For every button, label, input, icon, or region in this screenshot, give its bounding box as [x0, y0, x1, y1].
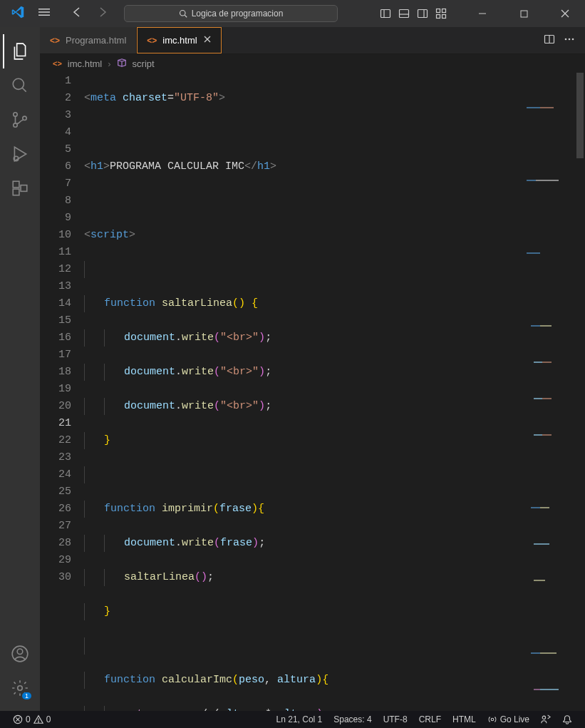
extensions-icon[interactable]: [3, 171, 37, 205]
tab-bar: <> Programa.html <> imc.html: [40, 27, 585, 54]
tab-label: Programa.html: [66, 35, 126, 46]
svg-rect-24: [13, 181, 19, 188]
breadcrumb-file: imc.html: [68, 58, 102, 69]
close-button[interactable]: [551, 0, 579, 27]
svg-point-42: [491, 718, 494, 721]
tab-actions: [534, 27, 585, 53]
code-editor[interactable]: 1 2 3 4 5 6 7 8 9 10 11 12 13 14 15 16 1…: [40, 73, 585, 711]
svg-point-35: [569, 38, 571, 40]
svg-point-21: [14, 123, 17, 127]
status-cursor[interactable]: Ln 21, Col 1: [271, 714, 328, 724]
maximize-button[interactable]: [509, 0, 538, 27]
window-controls: [468, 0, 579, 27]
status-spaces[interactable]: Spaces: 4: [328, 714, 377, 724]
svg-point-43: [542, 716, 545, 719]
tab-imc-html[interactable]: <> imc.html: [137, 27, 222, 53]
minimize-button[interactable]: [468, 0, 497, 27]
tab-label: imc.html: [162, 35, 197, 46]
html-file-icon: <>: [50, 36, 60, 46]
svg-point-34: [565, 38, 567, 40]
minimap[interactable]: [527, 73, 572, 123]
svg-rect-4: [381, 10, 390, 18]
status-golive[interactable]: Go Live: [482, 714, 535, 724]
svg-point-20: [14, 113, 17, 116]
status-problems[interactable]: 0 0: [7, 714, 56, 724]
vscode-logo-icon: [11, 6, 24, 22]
gutter: 1 2 3 4 5 6 7 8 9 10 11 12 13 14 15 16 1…: [40, 73, 84, 711]
svg-line-19: [22, 88, 26, 91]
status-eol[interactable]: CRLF: [413, 714, 447, 724]
title-bar: Logica de programacion: [0, 0, 585, 27]
code-content[interactable]: <meta charset="UTF-8"> <h1>PROGRAMA CALC…: [84, 73, 585, 711]
toggle-panel-icon[interactable]: [397, 6, 411, 21]
split-editor-icon[interactable]: [544, 34, 555, 48]
nav-back-icon[interactable]: [67, 6, 87, 21]
svg-rect-26: [21, 185, 27, 192]
status-language[interactable]: HTML: [447, 714, 482, 724]
svg-rect-11: [442, 9, 446, 13]
svg-point-41: [38, 722, 38, 722]
chevron-right-icon: ›: [108, 58, 110, 69]
symbol-icon: [117, 58, 127, 70]
svg-rect-13: [442, 15, 446, 19]
svg-rect-8: [418, 10, 428, 18]
breadcrumb-symbol: script: [133, 58, 155, 69]
svg-rect-0: [38, 9, 50, 10]
run-debug-icon[interactable]: [3, 137, 37, 171]
command-center[interactable]: Logica de programacion: [124, 5, 338, 22]
svg-rect-12: [437, 15, 440, 19]
svg-point-36: [572, 38, 574, 40]
explorer-icon[interactable]: [3, 34, 37, 68]
command-center-text: Logica de programacion: [192, 9, 284, 19]
svg-rect-25: [13, 189, 19, 195]
svg-rect-6: [400, 10, 409, 18]
accounts-icon[interactable]: [3, 637, 37, 671]
app-menu-icon[interactable]: [38, 6, 50, 21]
settings-badge: 1: [22, 692, 31, 699]
svg-rect-2: [38, 15, 50, 16]
svg-rect-10: [437, 9, 440, 13]
layout-controls: [378, 6, 448, 21]
status-bar: 0 0 Ln 21, Col 1 Spaces: 4 UTF-8 CRLF HT…: [0, 711, 585, 728]
search-icon[interactable]: [3, 68, 37, 103]
svg-point-3: [180, 11, 185, 16]
status-bell-icon[interactable]: [556, 714, 578, 724]
tab-programa-html[interactable]: <> Programa.html: [40, 27, 137, 53]
status-feedback-icon[interactable]: [535, 714, 556, 724]
source-control-icon[interactable]: [3, 103, 37, 137]
svg-rect-15: [521, 11, 527, 17]
svg-point-29: [18, 686, 23, 691]
svg-rect-1: [38, 11, 50, 13]
svg-point-18: [13, 78, 24, 89]
status-encoding[interactable]: UTF-8: [378, 714, 413, 724]
toggle-sidebar-right-icon[interactable]: [415, 6, 430, 21]
customize-layout-icon[interactable]: [434, 6, 448, 21]
html-file-icon: <>: [53, 59, 62, 68]
toggle-sidebar-left-icon[interactable]: [378, 6, 393, 21]
scrollbar-vertical[interactable]: [575, 73, 585, 711]
breadcrumb[interactable]: <> imc.html › script: [40, 54, 585, 73]
svg-point-28: [17, 649, 23, 655]
close-tab-icon[interactable]: [203, 35, 212, 46]
activity-bar: 1: [0, 27, 40, 711]
nav-forward-icon[interactable]: [93, 6, 113, 21]
editor-area: <> Programa.html <> imc.html <> imc.html…: [40, 27, 585, 711]
html-file-icon: <>: [147, 36, 157, 46]
svg-point-22: [23, 116, 26, 120]
more-actions-icon[interactable]: [564, 34, 575, 48]
settings-gear-icon[interactable]: 1: [3, 671, 37, 705]
